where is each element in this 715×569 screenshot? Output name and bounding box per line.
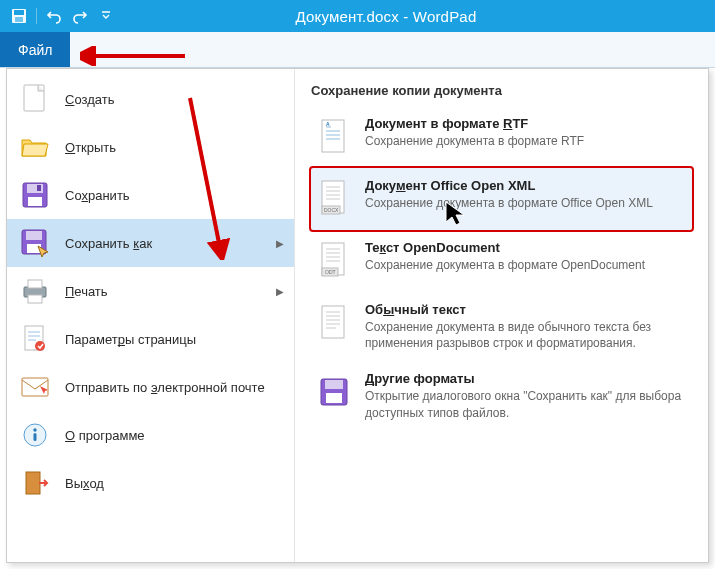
option-desc: Сохранение документа в формате Office Op… [365,195,686,211]
svg-text:ODT: ODT [325,269,336,275]
svg-rect-2 [15,17,23,22]
file-menu-dropdown: Создать Открыть Сохранить Сохранить как … [6,68,709,563]
menu-item-send-email[interactable]: Отправить по электронной почте [7,363,294,411]
menu-item-about[interactable]: О программе [7,411,294,459]
email-icon [19,371,51,403]
menu-item-print[interactable]: Печать ▶ [7,267,294,315]
quick-access-toolbar [0,5,117,27]
menu-item-save[interactable]: Сохранить [7,171,294,219]
printer-icon [19,275,51,307]
menu-item-label: О программе [65,428,145,443]
menu-item-label: Открыть [65,140,116,155]
menu-item-page-setup[interactable]: Параметры страницы [7,315,294,363]
menu-item-new[interactable]: Создать [7,75,294,123]
option-title: Другие форматы [365,371,686,386]
title-bar: Документ.docx - WordPad [0,0,715,32]
page-setup-icon [19,323,51,355]
qat-customize-button[interactable] [95,5,117,27]
option-title: Документ в формате RTF [365,116,686,131]
svg-rect-20 [26,472,40,494]
svg-rect-9 [26,231,42,240]
save-as-odt[interactable]: ODT Текст OpenDocument Сохранение докуме… [311,230,692,292]
window-title: Документ.docx - WordPad [117,8,715,25]
option-desc: Сохранение документа в формате OpenDocum… [365,257,686,273]
svg-rect-32 [326,393,342,403]
option-desc: Сохранение документа в виде обычного тек… [365,319,686,351]
submenu-arrow-icon: ▶ [276,238,284,249]
svg-point-18 [33,428,36,431]
svg-rect-29 [322,306,344,338]
qat-save-button[interactable] [8,5,30,27]
option-title: Документ Office Open XML [365,178,686,193]
svg-rect-13 [28,295,42,303]
menu-item-label: Сохранить как [65,236,152,251]
save-as-rtf[interactable]: A Документ в формате RTF Сохранение доку… [311,106,692,168]
exit-icon [19,467,51,499]
menu-item-label: Печать [65,284,108,299]
ribbon: Файл [0,32,715,68]
separator [36,8,37,24]
save-as-icon [19,227,51,259]
svg-text:DOCX: DOCX [324,207,339,213]
svg-rect-7 [37,185,41,191]
file-tab[interactable]: Файл [0,32,70,67]
qat-redo-button[interactable] [69,5,91,27]
folder-open-icon [19,131,51,163]
save-as-ooxml[interactable]: DOCX Документ Office Open XML Сохранение… [311,168,692,230]
save-as-txt[interactable]: Обычный текст Сохранение документа в вид… [311,292,692,361]
save-dialog-icon [317,371,351,413]
save-floppy-icon [19,179,51,211]
svg-rect-1 [14,10,24,15]
menu-item-save-as[interactable]: Сохранить как ▶ [7,219,294,267]
submenu-title: Сохранение копии документа [311,79,692,106]
file-tab-label: Файл [18,42,52,58]
svg-point-15 [35,341,45,351]
option-desc: Сохранение документа в формате RTF [365,133,686,149]
txt-document-icon [317,302,351,344]
qat-undo-button[interactable] [43,5,65,27]
docx-document-icon: DOCX [317,178,351,220]
option-title: Текст OpenDocument [365,240,686,255]
option-title: Обычный текст [365,302,686,317]
submenu-arrow-icon: ▶ [276,286,284,297]
new-document-icon [19,83,51,115]
save-as-other[interactable]: Другие форматы Открытие диалогового окна… [311,361,692,430]
menu-item-label: Параметры страницы [65,332,196,347]
menu-item-label: Отправить по электронной почте [65,380,265,395]
menu-item-exit[interactable]: Выход [7,459,294,507]
svg-text:A: A [326,121,330,127]
menu-item-label: Выход [65,476,104,491]
svg-rect-19 [34,433,37,441]
svg-rect-12 [28,280,42,288]
save-as-submenu: Сохранение копии документа A Документ в … [295,69,708,562]
odt-document-icon: ODT [317,240,351,282]
menu-item-label: Создать [65,92,114,107]
file-menu-left-column: Создать Открыть Сохранить Сохранить как … [7,69,295,562]
option-desc: Открытие диалогового окна "Сохранить как… [365,388,686,420]
svg-rect-31 [325,380,343,389]
rtf-document-icon: A [317,116,351,158]
menu-item-open[interactable]: Открыть [7,123,294,171]
svg-rect-6 [28,197,42,206]
info-icon [19,419,51,451]
menu-item-label: Сохранить [65,188,130,203]
